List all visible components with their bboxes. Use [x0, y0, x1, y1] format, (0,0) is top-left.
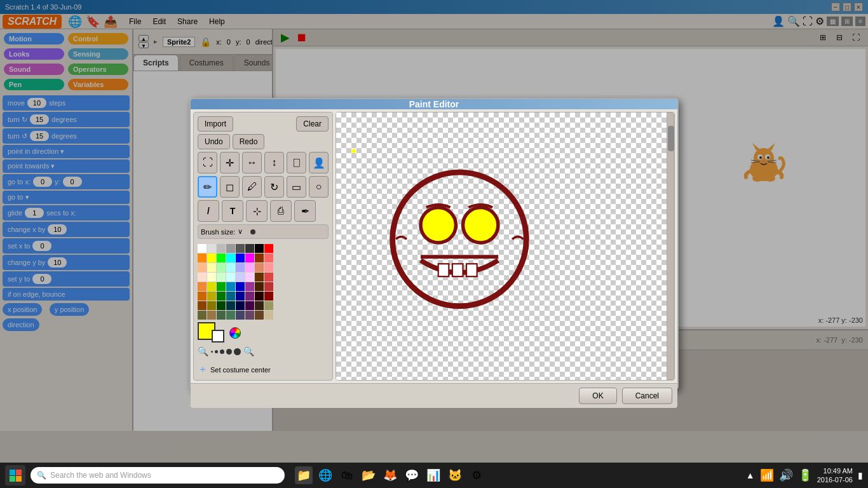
zoom-out-btn[interactable]: 🔍	[198, 346, 208, 356]
color-swatch[interactable]	[255, 263, 264, 272]
color-swatch[interactable]	[245, 292, 254, 301]
color-swatch[interactable]	[245, 273, 254, 281]
taskbar-up-icon[interactable]: ▲	[746, 470, 755, 480]
color-swatch[interactable]	[255, 282, 264, 291]
color-swatch[interactable]	[217, 263, 226, 272]
color-wheel[interactable]	[228, 326, 242, 340]
taskbar-chat[interactable]: 💬	[403, 466, 421, 484]
color-swatch[interactable]	[198, 311, 207, 320]
color-swatch[interactable]	[245, 301, 254, 310]
fullscreen-tool[interactable]: ⛶	[198, 152, 217, 173]
taskbar-files[interactable]: 📂	[360, 466, 377, 484]
color-swatch[interactable]	[245, 282, 254, 291]
color-swatch[interactable]	[198, 282, 207, 291]
color-swatch[interactable]	[198, 301, 207, 310]
color-swatch[interactable]	[236, 311, 245, 320]
rotate-tool[interactable]: ↻	[264, 176, 284, 198]
color-swatch[interactable]	[255, 244, 264, 253]
taskbar-search[interactable]: 🔍 Search the web and Windows	[31, 467, 285, 484]
color-swatch[interactable]	[236, 263, 245, 272]
color-swatch[interactable]	[236, 292, 245, 301]
color-swatch[interactable]	[264, 254, 273, 262]
ok-btn[interactable]: OK	[579, 388, 616, 404]
taskbar-firefox[interactable]: 🦊	[381, 466, 399, 484]
show-desktop-btn[interactable]: ▮	[858, 470, 863, 480]
fill-tool[interactable]: 🖊	[242, 176, 262, 198]
icon-d-tool[interactable]: ⎕	[287, 152, 306, 173]
flipv-tool[interactable]: ↕	[264, 152, 284, 173]
color-swatch[interactable]	[245, 263, 254, 272]
color-swatch[interactable]	[264, 244, 273, 253]
color-swatch[interactable]	[236, 273, 245, 281]
color-swatch[interactable]	[264, 311, 273, 320]
start-button[interactable]	[5, 465, 25, 485]
color-swatch[interactable]	[217, 273, 226, 281]
color-swatch[interactable]	[207, 301, 216, 310]
paint-canvas[interactable]	[336, 112, 674, 380]
color-swatch[interactable]	[255, 292, 264, 301]
background-color[interactable]	[212, 330, 224, 342]
color-swatch[interactable]	[217, 282, 226, 291]
oval-tool[interactable]: ○	[309, 176, 329, 198]
taskbar-battery[interactable]: 🔋	[798, 468, 812, 482]
color-swatch[interactable]	[226, 244, 235, 253]
color-swatch[interactable]	[255, 273, 264, 281]
color-swatch[interactable]	[226, 273, 235, 281]
brush-size-dropdown[interactable]: ∨	[238, 227, 243, 236]
color-swatch[interactable]	[217, 292, 226, 301]
taskbar-explorer[interactable]: 📁	[295, 466, 313, 484]
color-swatch[interactable]	[207, 282, 216, 291]
icon-e-tool[interactable]: 👤	[309, 152, 329, 173]
color-swatch[interactable]	[236, 254, 245, 262]
line-tool[interactable]: /	[198, 200, 219, 222]
text-tool[interactable]: T	[222, 200, 243, 222]
taskbar-scratch[interactable]: 🐱	[446, 466, 464, 484]
color-swatch[interactable]	[255, 301, 264, 310]
color-swatch[interactable]	[236, 301, 245, 310]
color-swatch[interactable]	[226, 311, 235, 320]
color-swatch[interactable]	[264, 292, 273, 301]
color-swatch[interactable]	[264, 273, 273, 281]
stamp-tool[interactable]: ⎙	[270, 200, 292, 222]
taskbar-app2[interactable]: ⚙	[468, 466, 485, 484]
set-costume-center[interactable]: ＋ Set costume center	[198, 363, 329, 376]
color-swatch[interactable]	[207, 263, 216, 272]
color-swatch[interactable]	[198, 273, 207, 281]
color-swatch[interactable]	[198, 263, 207, 272]
color-swatch[interactable]	[245, 254, 254, 262]
color-swatch[interactable]	[264, 301, 273, 310]
taskbar-wifi[interactable]: 📶	[760, 468, 774, 482]
color-swatch[interactable]	[198, 244, 207, 253]
clear-btn[interactable]: Clear	[296, 116, 329, 132]
pencil-tool[interactable]: ✏	[198, 176, 217, 198]
select-tool[interactable]: ⊹	[246, 200, 268, 222]
cancel-btn[interactable]: Cancel	[622, 388, 672, 404]
color-swatch[interactable]	[255, 311, 264, 320]
color-swatch[interactable]	[217, 254, 226, 262]
zoom-in-btn[interactable]: 🔍	[243, 346, 254, 356]
color-swatch[interactable]	[217, 244, 226, 253]
color-swatch[interactable]	[226, 292, 235, 301]
color-swatch[interactable]	[245, 311, 254, 320]
taskbar-edge[interactable]: 🌐	[316, 466, 334, 484]
taskbar-app1[interactable]: 📊	[424, 466, 442, 484]
color-swatch[interactable]	[217, 301, 226, 310]
color-swatch[interactable]	[255, 254, 264, 262]
color-swatch[interactable]	[236, 282, 245, 291]
paint-canvas-scrollbar[interactable]	[667, 112, 674, 380]
color-swatch[interactable]	[207, 311, 216, 320]
color-swatch[interactable]	[226, 254, 235, 262]
color-swatch[interactable]	[226, 282, 235, 291]
rect-tool[interactable]: ▭	[287, 176, 306, 198]
color-swatch[interactable]	[236, 244, 245, 253]
taskbar-store[interactable]: 🛍	[338, 466, 356, 484]
fliph-tool[interactable]: ↔	[242, 152, 262, 173]
eyedrop-tool[interactable]: ✒	[294, 200, 316, 222]
color-swatch[interactable]	[207, 244, 216, 253]
undo-btn[interactable]: Undo	[198, 134, 230, 149]
color-swatch[interactable]	[198, 292, 207, 301]
color-swatch[interactable]	[207, 273, 216, 281]
redo-btn[interactable]: Redo	[233, 134, 265, 149]
color-swatch[interactable]	[245, 244, 254, 253]
color-swatch[interactable]	[217, 311, 226, 320]
